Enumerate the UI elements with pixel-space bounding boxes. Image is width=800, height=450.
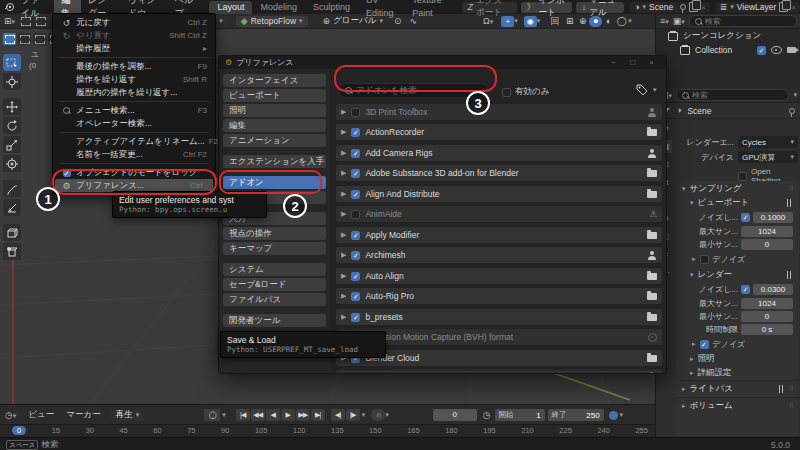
- addon-row[interactable]: ▶ AnimAide ⚠: [336, 206, 662, 222]
- current-frame-badge[interactable]: 0: [12, 426, 26, 435]
- new-scene-icon[interactable]: [689, 2, 698, 12]
- expand-icon[interactable]: ▶: [341, 251, 346, 259]
- addon-checkbox[interactable]: [351, 190, 360, 199]
- viewport-denoise-row[interactable]: ▸ デノイズ: [676, 251, 799, 267]
- expand-icon[interactable]: ▶: [341, 210, 346, 218]
- workspace-tab-modeling[interactable]: Modeling: [252, 1, 305, 14]
- import-button[interactable]: 》 インポート: [521, 2, 572, 13]
- collection-checkbox[interactable]: [757, 46, 766, 55]
- tool-rotate[interactable]: [3, 117, 21, 134]
- shading-dropdown-icon[interactable]: ▾: [628, 17, 632, 25]
- volumes-panel-header[interactable]: ▸ ボリューム ⠿: [676, 397, 799, 414]
- outliner-row-collection[interactable]: Collection: [656, 43, 800, 57]
- retopoflow-menu[interactable]: ◆ RetopoFlow▾: [236, 16, 308, 27]
- properties-options-icon[interactable]: ▾: [793, 91, 797, 99]
- menu-item-adjust-last-operation[interactable]: 最後の操作を調整... F9: [53, 60, 215, 73]
- time-limit-field[interactable]: 0 s: [741, 324, 793, 335]
- noise-threshold-checkbox[interactable]: [741, 213, 750, 222]
- shading-wireframe-icon[interactable]: ⊕: [576, 16, 589, 27]
- render-max-field[interactable]: 1024: [741, 298, 793, 309]
- sidebar-item-viewport[interactable]: ビューポート: [223, 89, 326, 102]
- disable-render-camera-icon[interactable]: [787, 47, 796, 53]
- filter-sliders-icon[interactable]: [777, 385, 785, 393]
- noise-threshold-checkbox[interactable]: [741, 285, 750, 294]
- tool-add-cube[interactable]: [3, 224, 21, 241]
- tool-add-object[interactable]: [3, 243, 21, 260]
- menu-file[interactable]: ファイル: [14, 0, 54, 20]
- jump-to-end-button[interactable]: ▶|: [311, 409, 325, 421]
- addon-row[interactable]: ▶ Apply Modifier: [336, 227, 662, 243]
- addon-row[interactable]: ▶ Adobe Substance 3D add-on for Blender: [336, 165, 662, 181]
- sidebar-item-navigation[interactable]: 視点の操作: [223, 227, 326, 240]
- expand-icon[interactable]: ▶: [341, 169, 346, 177]
- viewport-noise-field[interactable]: 0.1000: [753, 212, 793, 223]
- hide-eye-icon[interactable]: [771, 46, 782, 54]
- panel-grip-icon[interactable]: ⠿: [789, 385, 793, 393]
- device-dropdown[interactable]: GPU演算▾: [738, 151, 798, 163]
- addon-row[interactable]: ▶ ActionRecorder: [336, 124, 662, 140]
- expand-icon[interactable]: ▶: [341, 190, 346, 198]
- addon-checkbox[interactable]: [351, 231, 360, 240]
- addon-checkbox[interactable]: [351, 313, 360, 322]
- enabled-only-toggle[interactable]: 有効のみ: [502, 86, 549, 98]
- addon-checkbox[interactable]: [351, 149, 360, 158]
- workspace-tab-texturepaint[interactable]: Texture Paint: [404, 0, 457, 20]
- unlink-scene-icon[interactable]: ×: [701, 3, 706, 12]
- menu-item-redo[interactable]: ↻ やり直す Shift Ctrl Z: [53, 29, 215, 42]
- chevron-down-icon[interactable]: ▾: [514, 17, 518, 25]
- menu-item-repeat-history[interactable]: 履歴内の操作を繰り返す...: [53, 86, 215, 99]
- export-button[interactable]: Z エクスポート: [462, 2, 517, 13]
- expand-icon[interactable]: ▶: [341, 108, 346, 116]
- viewport-denoise-checkbox[interactable]: [700, 255, 709, 264]
- select-mode-new-icon[interactable]: [3, 33, 16, 45]
- filter-sliders-icon[interactable]: [785, 271, 793, 279]
- tool-measure[interactable]: [3, 199, 21, 216]
- workspace-tab-sculpting[interactable]: Sculpting: [305, 1, 358, 14]
- play-button[interactable]: ▶: [281, 409, 295, 421]
- addon-checkbox[interactable]: [351, 374, 360, 375]
- addon-row[interactable]: ▶ 3D Print Toolbox: [336, 104, 662, 120]
- tool-cursor[interactable]: [3, 73, 21, 90]
- addon-checkbox[interactable]: [351, 169, 360, 178]
- tags-filter-icon[interactable]: [636, 84, 648, 98]
- viewlayer-selector[interactable]: ≣ ▾ ViewLayer ×: [716, 2, 800, 13]
- render-denoise-checkbox[interactable]: [700, 340, 709, 349]
- window-controls[interactable]: − □ ×: [611, 58, 660, 67]
- menu-item-undo-history[interactable]: 操作履歴 ▸: [53, 42, 215, 55]
- sidebar-item-save-load[interactable]: セーブ&ロード: [223, 278, 326, 291]
- editor-type-icon[interactable]: ◷▾: [5, 410, 16, 421]
- addon-row[interactable]: ▶ b_presets: [336, 309, 662, 325]
- workspace-tab-layout[interactable]: Layout: [209, 1, 252, 14]
- frame-start-field[interactable]: 開始 1: [495, 409, 545, 421]
- outliner-display-mode-icon[interactable]: ▣▾: [673, 16, 685, 27]
- audio-sync-icon[interactable]: ∩: [371, 409, 385, 421]
- filter-sliders-icon[interactable]: [785, 199, 793, 207]
- sidebar-item-developer-tools[interactable]: 開発者ツール: [223, 314, 326, 327]
- sidebar-item-keymap[interactable]: キーマップ: [223, 242, 326, 255]
- menu-item-rename-active[interactable]: アクティブアイテムをリネーム... F2: [53, 135, 215, 148]
- new-viewlayer-icon[interactable]: [779, 2, 788, 12]
- collapse-icon[interactable]: ▾: [690, 271, 694, 279]
- collapse-icon[interactable]: ▾: [690, 199, 694, 207]
- addon-checkbox[interactable]: [351, 128, 360, 137]
- addon-checkbox[interactable]: [351, 272, 360, 281]
- chevron-down-icon[interactable]: ▾: [385, 411, 389, 419]
- proportional-edit-icon[interactable]: ◉: [524, 16, 537, 27]
- addon-options-icon[interactable]: ▾: [653, 86, 657, 94]
- chevron-down-icon[interactable]: ▾: [620, 411, 624, 419]
- menu-item-menu-search[interactable]: メニュー検索... F3: [53, 104, 215, 117]
- addon-row[interactable]: ▶ Auto Align: [336, 268, 662, 284]
- timeline-menu-marker[interactable]: マーカー: [60, 409, 106, 421]
- tool-move[interactable]: [3, 98, 21, 115]
- outliner-search-input[interactable]: 検索: [689, 15, 797, 27]
- advanced-panel-header[interactable]: ▸ 詳細設定: [676, 366, 799, 380]
- play-reverse-button[interactable]: ◀: [266, 409, 280, 421]
- expand-icon[interactable]: ▶: [341, 149, 346, 157]
- tool-select-box[interactable]: [3, 54, 21, 71]
- menu-item-batch-rename[interactable]: 名前を一括変更... Ctrl F2: [53, 148, 215, 161]
- expand-icon[interactable]: ▶: [341, 128, 346, 136]
- chevron-down-icon[interactable]: ▾: [362, 411, 366, 419]
- addon-row[interactable]: ▶ Blender for UnrealEngine: [336, 370, 662, 374]
- scene-selector[interactable]: ◑ ▾ Scene ×: [630, 2, 710, 13]
- render-engine-dropdown[interactable]: Cycles▾: [738, 136, 798, 148]
